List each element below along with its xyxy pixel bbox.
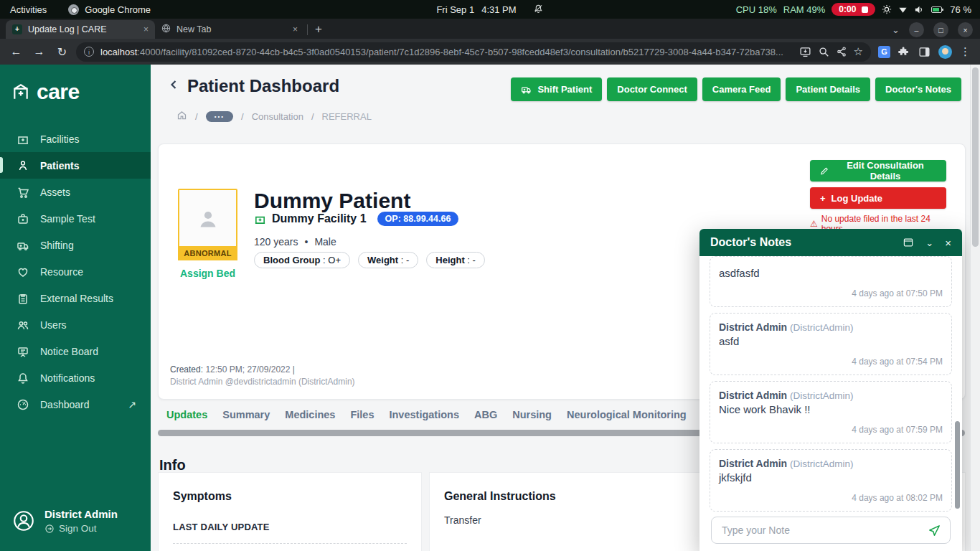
screen-recording-timer[interactable]: 0:00: [831, 3, 875, 16]
app-window: care Facilities Patients Assets Sample: [0, 65, 980, 551]
translate-extension-icon[interactable]: G: [878, 46, 890, 58]
url-text[interactable]: localhost:4000/facility/81092ced-8720-44…: [100, 47, 793, 57]
note-message: District Admin (DistrictAdmin) asfd 4 da…: [710, 313, 952, 375]
tab-nursing[interactable]: Nursing: [512, 409, 552, 420]
patient-details-button[interactable]: Patient Details: [786, 77, 870, 101]
sign-out-button[interactable]: Sign Out: [44, 523, 118, 534]
tab-neurological-monitoring[interactable]: Neurological Monitoring: [567, 409, 687, 420]
back-button[interactable]: ←: [7, 43, 25, 61]
extensions-puzzle-icon[interactable]: [898, 46, 910, 58]
patient-avatar-icon: [195, 207, 221, 232]
back-chevron-icon[interactable]: [166, 77, 181, 95]
care-favicon: +: [12, 24, 22, 34]
breadcrumb-consultation[interactable]: Consultation: [252, 111, 303, 122]
send-note-icon[interactable]: [928, 524, 941, 537]
breadcrumb-separator: /: [241, 111, 244, 122]
warning-triangle-icon: ⚠: [810, 219, 818, 229]
clock[interactable]: Fri Sep 1 4:31 PM: [436, 4, 543, 16]
new-tab-button[interactable]: +: [315, 22, 322, 37]
doctors-notes-panel: Doctor's Notes ⌄ × asdfasfd 4 days ago a…: [699, 229, 962, 551]
facility-icon: [254, 213, 266, 225]
tab-search-chevron-icon[interactable]: ⌄: [892, 24, 900, 35]
tab-medicines[interactable]: Medicines: [285, 409, 335, 420]
care-logo[interactable]: care: [0, 65, 151, 108]
sidebar-item-users[interactable]: Users: [0, 311, 151, 338]
hospital-icon: [17, 133, 29, 146]
page-scrollbar-thumb[interactable]: [972, 67, 979, 247]
tab-update-log-care[interactable]: + Update Log | CARE ×: [6, 20, 155, 39]
popout-window-icon[interactable]: [903, 237, 914, 248]
tab-investigations[interactable]: Investigations: [389, 409, 459, 420]
sidebar-item-assets[interactable]: Assets: [0, 179, 151, 205]
notice-board-icon: [17, 345, 29, 358]
browser-menu-icon[interactable]: ⋮: [960, 45, 971, 58]
forward-button[interactable]: →: [30, 43, 48, 61]
tab-close-icon[interactable]: ×: [143, 24, 149, 34]
notes-scrollbar-thumb[interactable]: [955, 421, 960, 509]
camera-feed-button[interactable]: Camera Feed: [702, 77, 781, 101]
sidebar-item-notifications[interactable]: Notifications: [0, 364, 151, 391]
close-notes-icon[interactable]: ×: [945, 237, 951, 249]
zoom-icon[interactable]: [818, 46, 829, 57]
window-minimize-button[interactable]: –: [909, 22, 924, 37]
sidebar-item-resource[interactable]: Resource: [0, 258, 151, 285]
breadcrumb-referral: REFERRAL: [322, 111, 372, 122]
activities-button[interactable]: Activities: [10, 4, 47, 15]
last-daily-update-label: LAST DAILY UPDATE: [173, 522, 407, 532]
medical-kit-icon: [17, 212, 29, 225]
log-update-button[interactable]: + Log Update: [810, 187, 946, 209]
patient-avatar: ABNORMAL: [178, 189, 237, 260]
sidebar-item-facilities[interactable]: Facilities: [0, 126, 151, 152]
sidebar-item-patients[interactable]: Patients: [0, 152, 151, 179]
chrome-logo-icon: [68, 4, 79, 15]
doctor-connect-button[interactable]: Doctor Connect: [607, 77, 697, 101]
side-panel-icon[interactable]: [918, 46, 930, 58]
notes-message-list[interactable]: asdfasfd 4 days ago at 07:50 PM District…: [699, 256, 962, 551]
breadcrumb: / ••• / Consultation / REFERRAL: [176, 110, 372, 123]
share-icon[interactable]: [836, 46, 847, 57]
window-close-button[interactable]: ×: [958, 22, 973, 37]
sidebar-item-shifting[interactable]: Shifting: [0, 232, 151, 258]
collapse-chevron-icon[interactable]: ⌄: [925, 237, 933, 248]
note-input[interactable]: [720, 524, 922, 537]
consultation-created-meta: Created: 12:50 PM; 27/09/2022 | District…: [170, 364, 355, 388]
sidebar-item-notice-board[interactable]: Notice Board: [0, 338, 151, 364]
tab-close-icon[interactable]: ×: [293, 24, 298, 34]
clipboard-icon: [17, 292, 29, 305]
profile-avatar[interactable]: [938, 45, 952, 59]
page-scrollbar[interactable]: [970, 65, 980, 551]
tab-new-tab[interactable]: New Tab ×: [155, 20, 304, 39]
op-number-badge: OP: 88.99.44.66: [377, 212, 459, 226]
tab-updates[interactable]: Updates: [166, 409, 207, 420]
address-bar[interactable]: i localhost:4000/facility/81092ced-8720-…: [76, 42, 871, 62]
bookmark-star-icon[interactable]: ☆: [854, 45, 863, 58]
doctors-notes-title: Doctor's Notes: [710, 236, 791, 249]
edit-consultation-button[interactable]: Edit Consultation Details: [810, 160, 946, 182]
site-info-icon[interactable]: i: [84, 47, 94, 57]
date-label: Fri Sep 1: [436, 4, 474, 15]
window-maximize-button[interactable]: □: [933, 22, 948, 37]
stop-recording-icon[interactable]: [862, 6, 868, 13]
reload-button[interactable]: ↻: [53, 43, 71, 61]
tab-summary[interactable]: Summary: [222, 409, 270, 420]
sidebar-item-dashboard[interactable]: Dashboard ↗: [0, 391, 151, 418]
patient-icon: [17, 159, 29, 172]
install-app-icon[interactable]: [799, 46, 811, 58]
network-icon: [898, 5, 908, 14]
tab-abg[interactable]: ABG: [474, 409, 497, 420]
bell-icon: [17, 372, 29, 385]
patient-name: Dummy Patient: [254, 189, 410, 213]
focused-app-menu[interactable]: Google Chrome: [68, 4, 151, 15]
doctors-notes-header[interactable]: Doctor's Notes ⌄ ×: [699, 229, 962, 256]
home-icon[interactable]: [176, 110, 187, 123]
doctors-notes-button[interactable]: Doctor's Notes: [875, 77, 961, 101]
info-heading: Info: [159, 457, 186, 474]
sidebar-item-external-results[interactable]: External Results: [0, 285, 151, 311]
sidebar-item-sample-test[interactable]: Sample Test: [0, 205, 151, 232]
shift-patient-button[interactable]: Shift Patient: [511, 77, 602, 101]
notifications-muted-icon: [534, 4, 544, 16]
tab-files[interactable]: Files: [350, 409, 374, 420]
users-icon: [17, 319, 29, 331]
breadcrumb-ellipsis[interactable]: •••: [206, 111, 233, 122]
assign-bed-link[interactable]: Assign Bed: [178, 268, 237, 279]
